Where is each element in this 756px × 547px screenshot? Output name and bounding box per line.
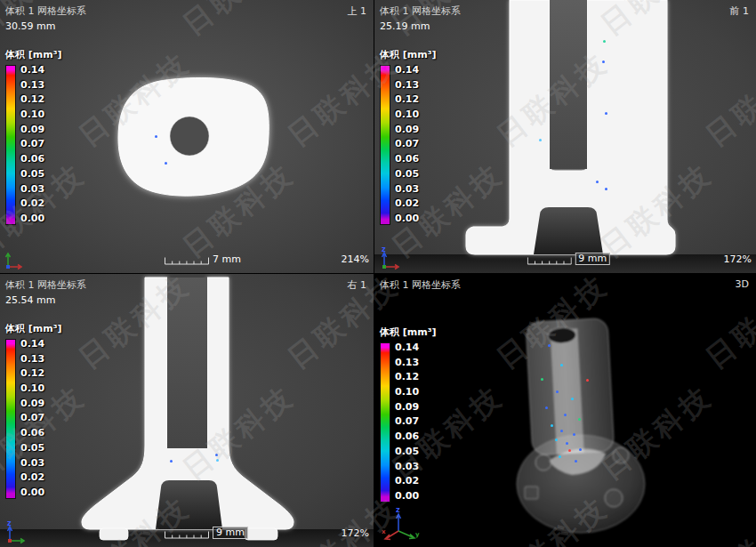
base-hole	[535, 454, 551, 471]
viewport-title: 体积 1 网格坐标系	[380, 4, 461, 18]
legend-labels: 0.140.130.120.100.090.070.060.050.030.02…	[395, 65, 419, 223]
svg-text:z: z	[396, 506, 400, 514]
legend-value: 0.03	[20, 458, 44, 468]
zoom-percent: 172%	[724, 253, 752, 265]
viewport-title: 体积 1 网格坐标系	[5, 4, 86, 18]
legend-value: 0.05	[395, 446, 419, 456]
legend-value: 0.14	[395, 342, 419, 352]
scale-label: 7 mm	[213, 254, 241, 265]
legend-value: 0.09	[395, 125, 419, 134]
legend-value: 0.06	[395, 154, 419, 164]
legend-value: 0.06	[20, 428, 44, 438]
volume-legend: 体积 [mm³] 0.140.130.120.100.090.070.060.0…	[380, 48, 437, 225]
legend-value: 0.14	[395, 65, 419, 75]
legend-title: 体积 [mm³]	[5, 48, 62, 61]
legend-value: 0.03	[20, 184, 44, 194]
ruler-icon	[527, 257, 571, 265]
legend-value: 0.10	[395, 109, 419, 119]
legend-value: 0.00	[395, 491, 419, 501]
legend-value: 0.12	[20, 94, 44, 104]
view-label: 前 1	[730, 4, 750, 18]
viewport-front-slice[interactable]: 体积 1 网格坐标系 25.19 mm 前 1 体积 [mm³] 0.140.1…	[374, 0, 756, 273]
ruler-icon	[165, 531, 209, 539]
legend-value: 0.07	[395, 139, 419, 149]
part-arch-opening	[534, 207, 603, 254]
view-label: 右 1	[348, 278, 367, 292]
legend-value: 0.09	[20, 125, 44, 134]
part-cylinder	[526, 318, 615, 455]
svg-text:y: y	[415, 531, 420, 538]
scale-label: 9 mm	[575, 253, 610, 265]
scale-label: 9 mm	[213, 527, 248, 539]
axis-indicator-right: z	[3, 518, 29, 544]
volume-legend: 体积 [mm³] 0.140.130.120.100.090.070.060.0…	[5, 48, 62, 225]
legend-value: 0.09	[395, 402, 419, 412]
volume-legend: 体积 [mm³] 0.140.130.120.100.090.070.060.0…	[5, 322, 62, 499]
legend-colorbar[interactable]	[380, 65, 390, 225]
view-label: 3D	[736, 278, 749, 290]
legend-value: 0.03	[395, 462, 419, 471]
legend-value: 0.06	[20, 154, 44, 164]
legend-value: 0.02	[395, 198, 419, 208]
viewport-top-slice[interactable]: 体积 1 网格坐标系 30.59 mm 上 1 体积 [mm³] 0.140.1…	[0, 0, 374, 273]
legend-value: 0.07	[20, 139, 44, 149]
legend-value: 0.00	[20, 487, 44, 497]
ct-inspection-app: 体积 1 网格坐标系 30.59 mm 上 1 体积 [mm³] 0.140.1…	[0, 0, 756, 547]
legend-value: 0.05	[20, 169, 44, 179]
legend-value: 0.05	[395, 169, 419, 179]
measurement-value: 30.59 mm	[5, 20, 55, 32]
legend-colorbar[interactable]	[5, 65, 16, 225]
scale-bar: 9 mm	[165, 527, 248, 539]
base-marking	[525, 487, 538, 499]
legend-value: 0.09	[20, 398, 44, 408]
legend-value: 0.13	[395, 80, 419, 90]
scale-bar: 7 mm	[165, 254, 241, 265]
legend-value: 0.03	[395, 184, 419, 194]
legend-value: 0.10	[20, 109, 44, 119]
legend-value: 0.06	[395, 431, 419, 441]
legend-value: 0.12	[20, 368, 44, 378]
legend-value: 0.12	[395, 94, 419, 104]
legend-colorbar[interactable]	[5, 339, 16, 499]
legend-value: 0.13	[20, 354, 44, 364]
legend-colorbar[interactable]	[380, 342, 390, 503]
part-arch-opening	[156, 480, 222, 529]
viewport-title: 体积 1 网格坐标系	[5, 278, 86, 292]
legend-value: 0.00	[395, 213, 419, 223]
axis-indicator-top	[3, 247, 26, 270]
legend-value: 0.05	[20, 443, 44, 453]
legend-value: 0.07	[20, 413, 44, 422]
legend-value: 0.13	[20, 80, 44, 90]
part-slot-gap	[550, 0, 587, 169]
viewport-title: 体积 1 网格坐标系	[380, 278, 461, 292]
legend-value: 0.00	[20, 213, 44, 223]
viewport-3d-render[interactable]: 体积 1 网格坐标系 3D 体积 [mm³] 0.140.130.120.100…	[374, 274, 756, 547]
legend-value: 0.14	[20, 339, 44, 349]
ruler-icon	[165, 257, 209, 265]
measurement-value: 25.54 mm	[5, 294, 55, 306]
legend-title: 体积 [mm³]	[5, 322, 62, 335]
legend-value: 0.14	[20, 65, 44, 75]
legend-value: 0.02	[395, 476, 419, 486]
legend-labels: 0.140.130.120.100.090.070.060.050.030.02…	[20, 339, 44, 497]
legend-title: 体积 [mm³]	[380, 326, 437, 339]
legend-value: 0.02	[20, 472, 44, 482]
base-hole	[613, 447, 629, 463]
part-foot-tab	[245, 528, 277, 540]
scale-bar: 9 mm	[527, 253, 610, 265]
legend-value: 0.02	[20, 198, 44, 208]
zoom-percent: 172%	[342, 527, 369, 539]
legend-labels: 0.140.130.120.100.090.070.060.050.030.02…	[20, 65, 44, 223]
viewport-right-slice[interactable]: 体积 1 网格坐标系 25.54 mm 右 1 体积 [mm³] 0.140.1…	[0, 274, 374, 547]
base-hole	[605, 489, 623, 507]
svg-text:x: x	[382, 528, 386, 535]
legend-labels: 0.140.130.120.100.090.070.060.050.030.02…	[395, 342, 419, 501]
legend-value: 0.10	[395, 387, 419, 397]
axis-indicator-front: z	[377, 244, 404, 270]
part-foot-tab	[100, 528, 128, 540]
legend-value: 0.12	[395, 372, 419, 382]
legend-value: 0.13	[395, 358, 419, 367]
axis-indicator-3d: z y x	[382, 504, 421, 543]
legend-value: 0.07	[395, 416, 419, 426]
volume-legend: 体积 [mm³] 0.140.130.120.100.090.070.060.0…	[380, 326, 437, 503]
